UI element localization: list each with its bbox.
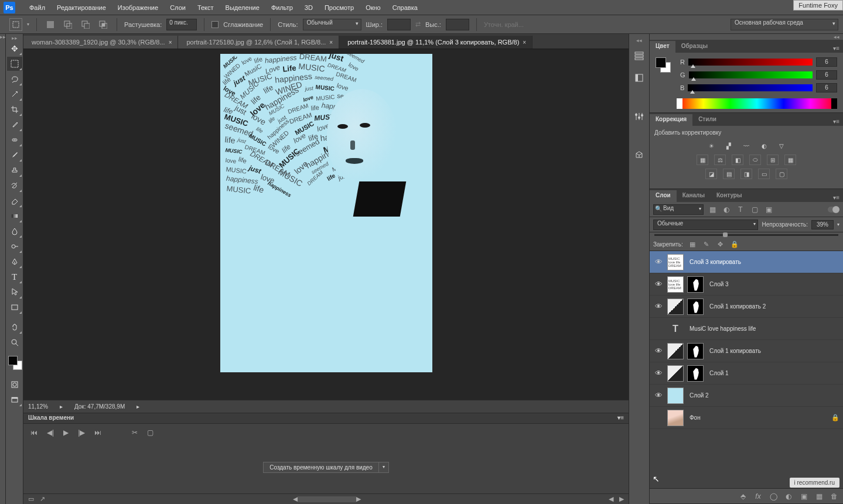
swap-wh-icon[interactable]: ⇄ [415, 20, 421, 28]
layer-row[interactable]: 👁Слой 1 [650, 362, 843, 385]
layer-fx-icon[interactable]: fx [753, 491, 763, 502]
new-fill-icon[interactable]: ◐ [783, 491, 794, 502]
layer-filter-kind[interactable]: Вид [653, 204, 704, 215]
layer-row[interactable]: TMusiC love happiness life [650, 318, 843, 340]
menu-фильтр[interactable]: Фильтр [265, 4, 299, 11]
color-panel-menu-icon[interactable]: ▾≡ [830, 44, 843, 53]
feather-input[interactable]: 0 пикс. [166, 19, 197, 30]
tl-first-icon[interactable]: ⏮ [30, 428, 37, 437]
eraser-tool-icon[interactable] [7, 194, 22, 208]
blend-mode-select[interactable]: Обычные [653, 220, 758, 230]
quickmask-icon[interactable] [7, 378, 22, 392]
document-tab[interactable]: portrait-1725180.jpg @ 12,6% (Слой 1, RG… [178, 36, 339, 49]
refine-edge-button[interactable]: Уточн. край... [484, 21, 524, 28]
antialias-checkbox[interactable] [211, 21, 219, 28]
layer-thumb[interactable] [667, 299, 684, 315]
tab-swatches[interactable]: Образцы [675, 41, 714, 53]
spectrum-ramp[interactable] [677, 98, 837, 109]
menu-файл[interactable]: Файл [23, 4, 51, 11]
doc-info-icon[interactable]: ▸ [136, 403, 139, 410]
tl-next-icon[interactable]: |▶ [78, 428, 85, 437]
layer-visibility-icon[interactable]: 👁 [653, 258, 664, 266]
tab-close-icon[interactable]: × [523, 39, 526, 46]
posterize-adj-icon[interactable]: ▤ [723, 169, 735, 179]
filter-adjust-icon[interactable]: ◐ [721, 204, 732, 215]
menu-3d[interactable]: 3D [299, 4, 319, 11]
layer-mask-icon[interactable]: ◯ [768, 491, 779, 502]
layer-name[interactable]: Фон [690, 414, 701, 421]
layer-thumb[interactable] [667, 388, 684, 404]
layer-name[interactable]: Слой 1 копировать [709, 348, 761, 354]
tab-close-icon[interactable]: × [329, 39, 333, 46]
tl-prev-icon[interactable]: ◀| [47, 428, 54, 437]
channelmixer-adj-icon[interactable]: ⊞ [767, 155, 779, 165]
new-selection-icon[interactable] [44, 18, 57, 31]
filter-smart-icon[interactable]: ▣ [763, 204, 774, 215]
layer-thumb[interactable] [667, 365, 684, 382]
layer-visibility-icon[interactable]: 👁 [653, 391, 664, 400]
colorbalance-adj-icon[interactable]: ⚖ [714, 155, 726, 165]
create-video-timeline-button[interactable]: Создать временную шкалу для видео [263, 462, 379, 473]
threshold-adj-icon[interactable]: ◨ [740, 169, 752, 179]
zoom-tool-icon[interactable] [7, 335, 22, 349]
r-slider[interactable] [688, 59, 813, 66]
adjust-panel-menu-icon[interactable]: ▾≡ [830, 117, 843, 126]
tl-export-icon[interactable]: ↗ [40, 495, 45, 503]
menu-изображение[interactable]: Изображение [112, 4, 164, 11]
layer-thumb[interactable] [667, 410, 684, 426]
stamp-tool-icon[interactable] [7, 163, 22, 177]
layer-name[interactable]: Слой 2 [690, 392, 709, 399]
menu-слои[interactable]: Слои [164, 4, 192, 11]
layer-mask-thumb[interactable] [687, 299, 704, 315]
layer-thumb[interactable] [667, 343, 684, 359]
hand-tool-icon[interactable] [7, 320, 22, 334]
layer-visibility-icon[interactable]: 👁 [653, 302, 664, 311]
zoom-value[interactable]: 11,12% [28, 403, 48, 410]
layer-name[interactable]: Слой 3 копировать [690, 259, 741, 265]
menu-текст[interactable]: Текст [192, 4, 220, 11]
invert-adj-icon[interactable]: ◪ [705, 169, 717, 179]
r-value[interactable]: 6 [816, 57, 837, 67]
delete-layer-icon[interactable]: 🗑 [829, 491, 839, 502]
canvas-viewport[interactable]: MUSIClovelifehappinessDREAMjustseemedWIN… [23, 49, 629, 400]
history-panel-icon[interactable] [632, 48, 647, 63]
wand-tool-icon[interactable] [7, 87, 22, 101]
layer-thumb[interactable]: MUSIC love life DREAM [667, 276, 684, 293]
b-slider[interactable] [688, 84, 813, 91]
shape-tool-icon[interactable] [7, 300, 22, 314]
tab-color[interactable]: Цвет [650, 41, 675, 53]
layer-visibility-icon[interactable]: 👁 [653, 280, 664, 289]
layer-name[interactable]: Слой 1 [709, 370, 729, 376]
layer-row[interactable]: 👁MUSIC love life DREAMСлой 3 копировать [650, 251, 843, 273]
tab-adjustments[interactable]: Коррекция [650, 114, 692, 126]
tab-layers[interactable]: Слои [650, 190, 677, 202]
g-slider[interactable] [689, 71, 813, 78]
b-value[interactable]: 6 [816, 83, 837, 92]
photofilter-adj-icon[interactable]: ⬭ [749, 155, 761, 165]
tab-styles[interactable]: Стили [692, 114, 722, 126]
lock-all-icon[interactable]: 🔒 [730, 240, 739, 249]
libraries-panel-icon[interactable] [632, 148, 647, 163]
link-layers-icon[interactable]: ⬘ [738, 491, 748, 502]
lasso-tool-icon[interactable] [7, 72, 22, 86]
lock-transparency-icon[interactable]: ▦ [688, 240, 697, 249]
gradient-tool-icon[interactable] [7, 209, 22, 223]
adjustments-panel-icon[interactable] [632, 109, 647, 124]
layer-row[interactable]: 👁Слой 1 копировать [650, 340, 843, 362]
exposure-adj-icon[interactable]: ◐ [758, 140, 770, 151]
new-layer-icon[interactable]: ▦ [814, 491, 824, 502]
create-timeline-dropdown-icon[interactable]: ▾ [378, 462, 389, 473]
screenmode-icon[interactable] [7, 393, 22, 407]
tl-last-icon[interactable]: ⏭ [94, 428, 101, 437]
layer-name[interactable]: Слой 3 [709, 281, 729, 287]
tl-play-icon[interactable]: ▶ [63, 428, 69, 437]
layer-name[interactable]: Слой 1 копировать 2 [709, 303, 766, 310]
layer-filter-toggle[interactable] [828, 207, 839, 212]
layer-name[interactable]: MusiC love happiness life [690, 325, 756, 332]
tab-close-icon[interactable]: × [169, 39, 172, 46]
layer-visibility-icon[interactable]: 👁 [653, 369, 664, 378]
tl-zoom-out-icon[interactable]: ▭ [28, 495, 34, 503]
opacity-slider[interactable] [650, 232, 843, 238]
filter-pixel-icon[interactable]: ▦ [707, 204, 718, 215]
curves-adj-icon[interactable]: 〰 [740, 140, 752, 151]
